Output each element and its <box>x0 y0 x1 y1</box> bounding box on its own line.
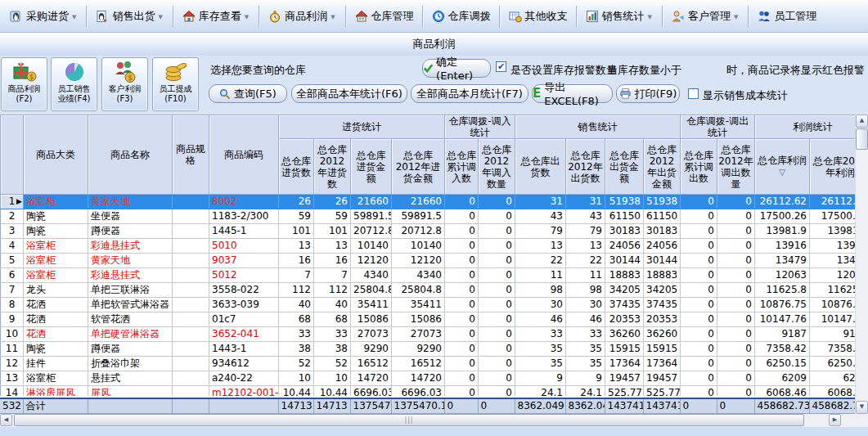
chevron-down-icon[interactable]: ▼ <box>648 12 654 20</box>
confirm-button[interactable]: 确定(Enter) <box>422 59 491 78</box>
column-header[interactable]: 总仓库进货金额 <box>351 139 392 195</box>
column-header[interactable]: 总仓库2012年出货数 <box>566 139 605 195</box>
table-row[interactable]: 3陶瓷蹲便器1445-110110120712.820712.800797930… <box>1 224 856 239</box>
column-header[interactable]: 商品名称 <box>88 115 173 195</box>
sort-descending-icon[interactable]: ▽ <box>779 168 785 177</box>
toolbar-sales-stats[interactable]: 销售统计 ▼ <box>581 7 659 26</box>
column-header[interactable]: 总仓库利润 ▽ <box>755 139 810 195</box>
customer-profit-icon: $ <box>113 60 137 84</box>
toolbar-item-label: 采购进货 <box>26 9 69 24</box>
toolbar-sales-out[interactable]: 销售出货 ▼ <box>91 7 169 26</box>
cell: 79 <box>515 224 566 239</box>
toolbar-product-profit[interactable]: 商品利润 ▼ <box>263 7 341 26</box>
table-row[interactable]: 14淋浴房屏风屏风m12102-001-310.4410.446696.0366… <box>1 386 856 397</box>
chevron-down-icon[interactable]: ▼ <box>158 12 164 20</box>
scroll-right-icon[interactable]: ▶ <box>829 414 841 426</box>
alarm-checkbox-label: 是否设置库存报警数量 <box>510 63 617 78</box>
cell: 31 <box>566 195 605 209</box>
cell: 13981.9 <box>755 224 810 239</box>
toolbar-employee-manage[interactable]: 员工管理 <box>753 7 821 26</box>
vertical-scroll-thumb[interactable] <box>856 128 868 150</box>
column-header[interactable]: 总仓库2012年进货数 <box>314 139 351 195</box>
cell: 35411 <box>392 298 445 312</box>
warehouse-select-label: 选择您要查询的仓库 <box>210 63 306 78</box>
column-header[interactable]: 商品规格 <box>173 115 209 195</box>
cell: 13 <box>279 239 314 254</box>
chevron-down-icon[interactable]: ▼ <box>72 12 78 20</box>
cell: 10.44 <box>314 386 351 397</box>
cell: 26 <box>279 195 314 209</box>
cell: 花洒 <box>24 298 88 312</box>
toolbar-separator <box>422 6 424 27</box>
month-stats-label: 全部商品本月统计(F7) <box>416 87 523 101</box>
cell: 浴室柜 <box>24 254 88 268</box>
table-row[interactable]: 5浴室柜黄家天地90371616121201212000222230144301… <box>1 254 856 268</box>
cell: 12120 <box>392 254 445 268</box>
query-button[interactable]: 查询(F5) <box>209 84 287 103</box>
table-row[interactable]: 9花洒软管花洒01c768681508615086004646203532035… <box>1 312 856 327</box>
column-header[interactable]: 总仓库2012年出货金额 <box>644 139 681 195</box>
table-row[interactable]: 10花洒单把硬管淋浴器3652-041333327073270730033333… <box>1 327 856 342</box>
toolbar-stock-view[interactable]: 库存查看 ▼ <box>178 7 255 26</box>
employee-commission-button[interactable]: 员工提成 (F10) <box>152 57 199 111</box>
cell: 1445-1 <box>209 224 279 239</box>
cell: 33 <box>566 327 605 342</box>
cell: 34205 <box>644 283 681 298</box>
table-row[interactable]: 12挂件折叠浴巾架9346125252165121651200353517364… <box>1 357 856 371</box>
toolbar-other-income[interactable]: 其他收支 <box>504 7 573 26</box>
column-header[interactable]: 总仓库进货数 <box>279 139 314 195</box>
scroll-up-icon[interactable]: ▲ <box>856 115 868 128</box>
year-stats-button[interactable]: 全部商品本年统计(F6) <box>291 84 407 103</box>
column-header[interactable]: 商品大类 <box>24 115 88 195</box>
table-row[interactable]: 7龙头单把三联淋浴3558-02211211225804.825804.8009… <box>1 283 856 298</box>
table-row[interactable]: 4浴室柜彩迪悬挂式5010131310140101400013132405624… <box>1 239 856 254</box>
chevron-down-icon[interactable]: ▼ <box>245 12 250 20</box>
export-excel-button[interactable]: E 导出EXCEL(F8) <box>532 84 613 103</box>
total-cell: 0 <box>717 399 754 414</box>
toolbar-customer-manage[interactable]: 客户管理 ▼ <box>667 7 744 26</box>
horizontal-scroll-thumb[interactable]: ||| <box>14 414 804 426</box>
toolbar-warehouse-manage[interactable]: 仓库管理 <box>350 7 419 26</box>
cell: 6696.03 <box>392 386 445 397</box>
cell <box>173 357 209 371</box>
table-row[interactable]: 2陶瓷坐便器1183-2/300595959891.559891.5004343… <box>1 209 856 224</box>
table-row[interactable]: 6浴室柜彩迪悬挂式5012774340434000111118883188830… <box>1 268 856 283</box>
column-header[interactable]: 总仓库2012年调入数量 <box>479 139 515 195</box>
toolbar-separator <box>576 6 578 27</box>
column-header[interactable]: 总仓库2012年利润 <box>810 139 856 195</box>
cost-checkbox[interactable] <box>688 88 699 99</box>
cell: 8002 <box>209 195 279 209</box>
toolbar-warehouse-transfer[interactable]: 仓库调拨 <box>427 7 496 26</box>
chevron-down-icon[interactable]: ▼ <box>734 12 740 20</box>
horizontal-scrollbar[interactable]: ◀ ||| ▶ <box>0 414 868 427</box>
alarm-checkbox[interactable]: ✔ <box>496 61 506 72</box>
scroll-down-icon[interactable]: ▼ <box>856 401 868 414</box>
scroll-left-icon[interactable]: ◀ <box>0 414 12 426</box>
table-row[interactable]: 11陶瓷蹲便器1443-1383892909290003535159151591… <box>1 342 856 357</box>
column-header[interactable]: 总仓库2012年调出数量 <box>717 139 755 195</box>
cell: 9187 <box>755 327 810 342</box>
cell: 40 <box>314 298 351 312</box>
cell: 0 <box>445 298 479 312</box>
toolbar-purchase-in[interactable]: 采购进货 ▼ <box>5 7 83 26</box>
employee-sales-button[interactable]: 员工销售 业绩(F4) <box>51 57 97 111</box>
column-header[interactable]: 总仓库出货数 <box>515 139 566 195</box>
column-header[interactable]: 商品编码 <box>209 115 279 195</box>
cell <box>173 386 209 397</box>
total-cell: 458682.73 <box>809 399 855 414</box>
month-stats-button[interactable]: 全部商品本月统计(F7) <box>411 84 528 103</box>
vertical-scrollbar[interactable]: ▲ ▼ <box>855 115 868 414</box>
column-header[interactable]: 总仓库累计调出数 <box>681 139 717 195</box>
table-row[interactable]: 8花洒单把软管式淋浴器3633-039404035411354110030303… <box>1 298 856 312</box>
column-header[interactable]: 总仓库累计调入数 <box>445 139 479 195</box>
column-header[interactable]: 总仓库出货金额 <box>605 139 644 195</box>
other-income-icon <box>509 10 522 23</box>
customer-profit-button[interactable]: $ 客户利润 (F3) <box>101 57 148 111</box>
table-row[interactable]: 1▶浴室柜黄家天地8002262621660216600031315193851… <box>1 195 856 209</box>
print-button[interactable]: 打印(F9) <box>616 84 680 103</box>
table-row[interactable]: 13浴室柜悬挂式a240-221010147201472000991945719… <box>1 371 856 386</box>
product-profit-button[interactable]: $ 商品利润 (F2) <box>1 57 47 111</box>
row-number: 2 <box>1 209 24 224</box>
chevron-down-icon[interactable]: ▼ <box>331 12 336 20</box>
column-header[interactable]: 总仓库2012年进货金额 <box>392 139 445 195</box>
